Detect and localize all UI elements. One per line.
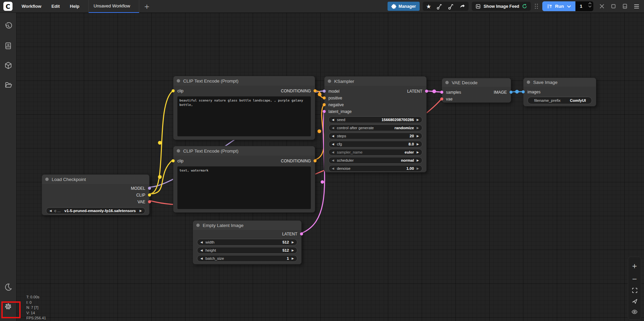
prev-arrow-icon[interactable]: ◀ <box>332 134 334 138</box>
menu-workflow[interactable]: Workflow <box>17 4 46 9</box>
workflows-folder-icon[interactable] <box>0 75 16 95</box>
chevron-down-icon[interactable] <box>567 5 571 8</box>
input-slot-clip[interactable] <box>172 89 175 92</box>
node-vae-decode[interactable]: VAE Decode samples IMAGE vae <box>442 78 511 103</box>
node-clip-text-encode-positive[interactable]: CLIP Text Encode (Prompt) clip CONDITION… <box>173 76 315 140</box>
collapse-dot[interactable] <box>45 178 49 181</box>
prev-arrow-icon[interactable]: ◀ <box>332 159 334 162</box>
prev-arrow-icon[interactable]: ◀ <box>200 240 203 244</box>
collapse-dot[interactable] <box>196 224 200 227</box>
share-icon[interactable] <box>460 3 465 9</box>
input-slot-latent-image[interactable] <box>323 110 326 113</box>
next-arrow-icon[interactable]: ▶ <box>292 249 294 252</box>
select-cursor-icon[interactable] <box>632 298 638 304</box>
comfyui-logo[interactable]: C <box>3 2 13 11</box>
widget-width[interactable]: ◀ width 512 ▶ <box>197 239 297 246</box>
collapse-dot[interactable] <box>177 149 180 153</box>
widget-steps[interactable]: ◀ steps 20 ▶ <box>328 133 422 139</box>
link-dot[interactable] <box>432 90 436 93</box>
close-icon[interactable] <box>599 4 604 9</box>
input-slot-model[interactable] <box>323 90 326 93</box>
prompt-textarea[interactable]: text, watermark <box>177 166 311 209</box>
prompt-textarea[interactable]: beautiful scenery nature glass bottle la… <box>177 96 311 136</box>
stop-icon[interactable] <box>611 4 616 9</box>
next-arrow-icon[interactable]: ▶ <box>417 159 419 162</box>
input-slot-images[interactable] <box>522 90 525 93</box>
prev-arrow-icon[interactable]: ◀ <box>200 257 203 260</box>
zoom-out-icon[interactable]: − <box>632 275 637 282</box>
node-title-bar[interactable]: Save Image <box>523 78 596 87</box>
next-arrow-icon[interactable]: ▶ <box>417 151 419 154</box>
node-title-bar[interactable]: VAE Decode <box>442 78 511 87</box>
funnel-swirl-icon-2[interactable] <box>448 3 454 9</box>
widget-control-after-generate[interactable]: ◀ control after generate randomize ▶ <box>328 124 422 131</box>
input-slot-clip[interactable] <box>172 159 175 162</box>
output-slot-vae[interactable] <box>148 200 151 203</box>
prev-arrow-icon[interactable]: ◀ <box>332 151 334 154</box>
next-arrow-icon[interactable]: ▶ <box>417 142 419 146</box>
funnel-swirl-icon-1[interactable] <box>437 3 443 9</box>
prev-arrow-icon[interactable]: ◀ <box>332 118 334 121</box>
toolbar-drag-handle[interactable] <box>535 4 538 9</box>
output-slot-model[interactable] <box>148 187 151 190</box>
widget-denoise[interactable]: ◀ denoise 1.00 ▶ <box>328 165 422 172</box>
next-arrow-icon[interactable]: ▶ <box>417 126 419 130</box>
output-slot-conditioning[interactable] <box>314 89 317 92</box>
node-load-checkpoint[interactable]: Load Checkpoint MODEL CLIP VAE ◀ c ... v… <box>42 174 150 215</box>
widget-scheduler[interactable]: ◀ scheduler normal ▶ <box>328 157 422 164</box>
manager-button[interactable]: Manager <box>388 2 420 11</box>
node-empty-latent-image[interactable]: Empty Latent Image LATENT ◀ width 512 ▶ … <box>193 220 302 265</box>
widget-ckpt-name[interactable]: ◀ c ... v1-5-pruned-emaonly-fp16.safeten… <box>46 207 145 214</box>
collapse-dot[interactable] <box>445 81 449 84</box>
input-slot-positive[interactable] <box>323 96 326 99</box>
prev-arrow-icon[interactable]: ◀ <box>332 142 334 146</box>
next-arrow-icon[interactable]: ▶ <box>292 240 294 244</box>
model-library-icon[interactable] <box>0 55 16 75</box>
theme-moon-icon[interactable] <box>0 277 16 297</box>
toggle-links-eye-icon[interactable] <box>631 309 638 314</box>
link-dot[interactable] <box>318 93 322 96</box>
node-title-bar[interactable]: Load Checkpoint <box>42 175 149 184</box>
link-dot[interactable] <box>321 180 324 184</box>
link-dot[interactable] <box>318 130 321 133</box>
input-slot-vae[interactable] <box>440 97 443 100</box>
input-slot-samples[interactable] <box>440 91 443 94</box>
menu-edit[interactable]: Edit <box>46 4 65 9</box>
prev-arrow-icon[interactable]: ◀ <box>49 209 52 212</box>
star-icon[interactable]: ★ <box>426 3 431 10</box>
prev-arrow-icon[interactable]: ◀ <box>332 126 334 130</box>
node-title-bar[interactable]: CLIP Text Encode (Prompt) <box>173 146 315 156</box>
input-slot-negative[interactable] <box>323 103 326 106</box>
output-slot-image[interactable] <box>510 91 513 94</box>
widget-seed[interactable]: ◀ seed 156680208700286 ▶ <box>328 116 422 123</box>
node-ksampler[interactable]: KSampler model LATENT positive negative … <box>324 76 427 173</box>
next-arrow-icon[interactable]: ▶ <box>417 167 419 170</box>
widget-sampler-name[interactable]: ◀ sampler_name euler ▶ <box>328 149 422 156</box>
node-clip-text-encode-negative[interactable]: CLIP Text Encode (Prompt) clip CONDITION… <box>173 146 315 213</box>
prev-arrow-icon[interactable]: ◀ <box>332 167 334 170</box>
next-arrow-icon[interactable]: ▶ <box>417 134 419 138</box>
output-slot-conditioning[interactable] <box>314 159 317 162</box>
collapse-dot[interactable] <box>177 79 180 83</box>
node-graph-canvas[interactable]: Load Checkpoint MODEL CLIP VAE ◀ c ... v… <box>16 13 644 321</box>
collapse-dot[interactable] <box>527 81 530 84</box>
history-icon[interactable] <box>0 16 16 36</box>
batch-stepper[interactable] <box>588 2 592 7</box>
next-arrow-icon[interactable]: ▶ <box>292 257 294 260</box>
menu-icon[interactable] <box>634 4 639 9</box>
link-dot[interactable] <box>158 175 162 179</box>
next-arrow-icon[interactable]: ▶ <box>140 209 142 212</box>
next-arrow-icon[interactable]: ▶ <box>417 118 419 121</box>
widget-cfg[interactable]: ◀ cfg 8.0 ▶ <box>328 141 422 147</box>
node-title-bar[interactable]: KSampler <box>324 76 426 86</box>
show-image-feed-button[interactable]: Show Image Feed <box>472 2 531 11</box>
collapse-dot[interactable] <box>328 79 331 83</box>
widget-batch-size[interactable]: ◀ batch_size 1 ▶ <box>197 255 297 262</box>
node-library-icon[interactable] <box>0 36 16 55</box>
zoom-in-icon[interactable]: + <box>632 262 637 270</box>
widget-filename-prefix[interactable]: filename_prefix ComfyUI <box>527 97 592 104</box>
new-workflow-button[interactable]: + <box>139 2 154 10</box>
dock-bottom-icon[interactable] <box>622 4 627 9</box>
output-slot-latent[interactable] <box>425 90 428 93</box>
output-slot-latent[interactable] <box>300 232 303 235</box>
